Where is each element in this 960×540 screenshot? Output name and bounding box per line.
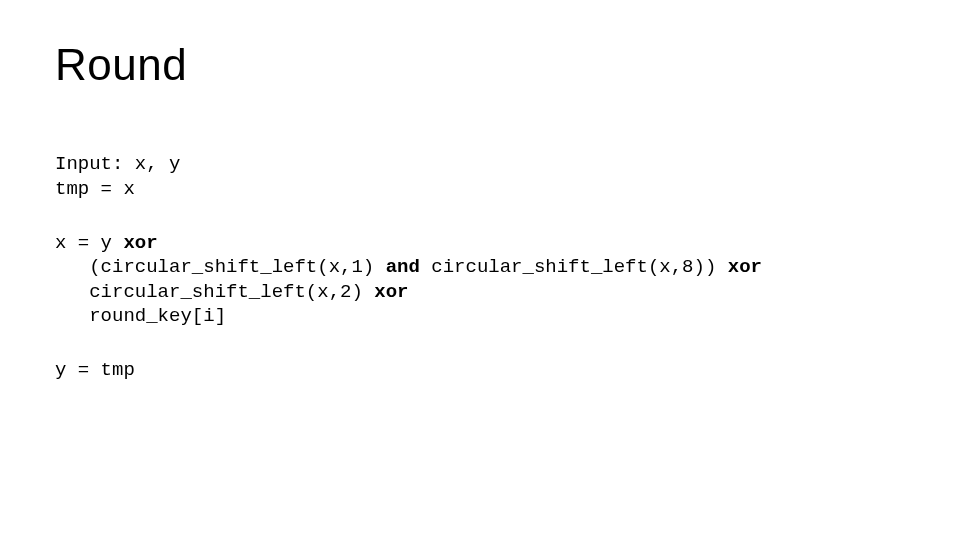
slide-title: Round [55, 40, 905, 90]
code-line: tmp = x [55, 178, 135, 200]
code-line: circular_shift_left(x,8)) [420, 256, 728, 278]
keyword-xor: xor [728, 256, 762, 278]
code-line: round_key[i] [55, 305, 226, 327]
code-line: y = tmp [55, 359, 135, 381]
code-line: circular_shift_left(x,2) [55, 281, 374, 303]
keyword-xor: xor [123, 232, 157, 254]
code-line: Input: x, y [55, 153, 180, 175]
code-line: x = y [55, 232, 123, 254]
code-line: (circular_shift_left(x,1) [55, 256, 386, 278]
keyword-xor: xor [374, 281, 408, 303]
keyword-and: and [386, 256, 420, 278]
code-block: Input: x, y tmp = xx = y xor (circular_s… [55, 128, 905, 407]
slide: Round Input: x, y tmp = xx = y xor (circ… [0, 0, 960, 540]
